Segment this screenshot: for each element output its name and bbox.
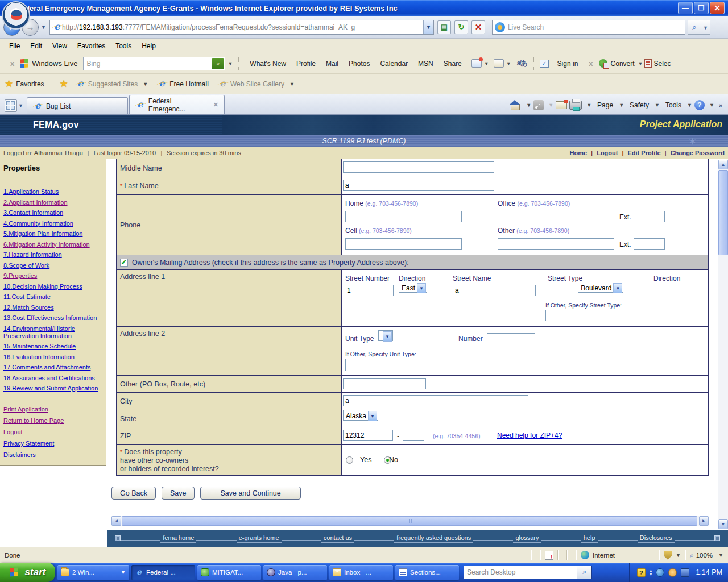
close-button[interactable]: ✕ — [710, 2, 725, 14]
page-report-icon[interactable] — [545, 551, 553, 560]
start-button[interactable]: start — [0, 563, 55, 582]
menu-edit[interactable]: Edit — [26, 40, 47, 52]
horizontal-scrollbar[interactable]: ◄ ► — [111, 516, 709, 526]
tab-close-icon[interactable]: ✕ — [213, 101, 218, 109]
direction1-select[interactable]: East▼ — [399, 282, 427, 293]
phone-cell-input[interactable] — [345, 238, 462, 250]
menu-tools[interactable]: Tools — [111, 40, 136, 52]
quick-tabs-button[interactable] — [5, 99, 17, 112]
stop-button[interactable]: ✕ — [471, 20, 485, 34]
scroll-left-arrow[interactable]: ◄ — [111, 516, 121, 526]
sidebar-item-15-maintenance-schedule[interactable]: 15.Maintenance Schedule — [3, 343, 103, 350]
page-menu-button[interactable]: Page — [594, 101, 614, 109]
sidebar-item-4-community-information[interactable]: 4.Community Information — [3, 220, 103, 227]
task-mitigat-[interactable]: MITIGAT... — [197, 565, 261, 580]
sidebar-item-1-application-status[interactable]: 1.Application Status — [3, 188, 103, 196]
live-link-calendar[interactable]: Calendar — [375, 57, 413, 70]
live-search-box[interactable] — [492, 20, 685, 35]
menu-help[interactable]: Help — [137, 40, 160, 52]
news-icon[interactable] — [494, 59, 504, 68]
go-back-button[interactable]: Go Back — [111, 487, 156, 500]
tray-app-icon[interactable] — [656, 568, 664, 577]
sidebar-item-3-contact-information[interactable]: 3.Contact Information — [3, 209, 103, 217]
footer-link-disclosures[interactable]: Disclosures — [638, 534, 675, 543]
live-link-msn[interactable]: MSN — [413, 57, 439, 70]
footer-link-fema-home[interactable]: fema home — [160, 534, 196, 543]
live-link-mail[interactable]: Mail — [321, 57, 344, 70]
footer-link-contact-us[interactable]: contact us — [321, 534, 354, 543]
live-link-share[interactable]: Share — [439, 57, 467, 70]
sidebar-item-5-mitigation-plan-information[interactable]: 5.Mitigation Plan Information — [3, 230, 103, 238]
live-link-photos[interactable]: Photos — [344, 57, 375, 70]
horizontal-scroll-thumb[interactable] — [122, 516, 697, 526]
unit-type-select[interactable]: ▼ — [378, 330, 393, 341]
desktop-search-input[interactable] — [464, 568, 577, 576]
task-java-p-[interactable]: Java - p... — [263, 565, 327, 580]
sidebar-link-privacy-statement[interactable]: Privacy Statement — [3, 440, 103, 447]
tray-help-icon[interactable]: ? — [637, 568, 646, 577]
group-dropdown-icon[interactable]: ▼ — [121, 569, 126, 575]
street-name-input[interactable] — [453, 285, 536, 296]
select-arrow-icon[interactable]: ▼ — [383, 331, 392, 342]
live-link-profile[interactable]: Profile — [291, 57, 321, 70]
middle-name-input[interactable] — [343, 161, 494, 173]
session-link-edit-profile[interactable]: Edit Profile — [628, 149, 661, 156]
tab-federal-emergency[interactable]: e Federal Emergenc... ✕ — [129, 95, 225, 114]
sidebar-link-print-application[interactable]: Print Application — [3, 406, 103, 413]
session-link-change-password[interactable]: Change Password — [671, 149, 725, 156]
select-link[interactable]: Selec — [654, 57, 671, 70]
safety-menu-button[interactable]: Safety — [626, 101, 650, 109]
city-input[interactable] — [343, 395, 528, 406]
toolbar-close2-icon[interactable]: x — [589, 59, 593, 68]
sidebar-link-disclaimers[interactable]: Disclaimers — [3, 451, 103, 459]
zip-plus4-input[interactable] — [403, 430, 424, 441]
other-po-input[interactable] — [343, 378, 426, 389]
sidebar-item-12-match-sources[interactable]: 12.Match Sources — [3, 304, 103, 311]
sidebar-item-10-decision-making-process[interactable]: 10.Decision Making Process — [3, 283, 103, 290]
protected-mode-icon[interactable] — [664, 551, 672, 560]
footer-link-help[interactable]: help — [581, 534, 598, 543]
sidebar-item-9-properties[interactable]: 9.Properties — [3, 272, 103, 280]
sidebar-item-7-hazard-information[interactable]: 7.Hazard Information — [3, 251, 103, 259]
free-hotmail-button[interactable]: e Free Hotmail — [152, 77, 213, 91]
tray-collapse-icon[interactable]: ▴▾ — [650, 569, 652, 576]
scroll-down-arrow[interactable]: ▼ — [718, 519, 728, 529]
menu-favorites[interactable]: Favorites — [73, 40, 110, 52]
history-dropdown-icon[interactable]: ▼ — [41, 24, 46, 30]
sidebar-item-17-comments-and-attachments[interactable]: 17.Comments and Attachments — [3, 364, 103, 371]
toolbar-overflow-icon[interactable]: » — [719, 102, 722, 109]
convert-link[interactable]: Convert — [610, 57, 636, 70]
sidebar-item-11-cost-estimate[interactable]: 11.Cost Estimate — [3, 293, 103, 301]
footer-link-e-grants-home[interactable]: e-grants home — [237, 534, 282, 543]
task-2-win-[interactable]: 2 Win...▼ — [57, 565, 129, 580]
photo-mail-icon[interactable] — [471, 59, 482, 68]
refresh-button[interactable]: ↻ — [454, 20, 468, 34]
select-arrow-icon[interactable]: ▼ — [613, 283, 622, 293]
menu-view[interactable]: View — [48, 40, 72, 52]
sidebar-link-return-to-home-page[interactable]: Return to Home Page — [3, 417, 103, 425]
compatibility-view-button[interactable]: ▤ — [437, 20, 451, 34]
help-icon[interactable]: ? — [694, 100, 705, 110]
phone-other-ext-input[interactable] — [634, 238, 665, 250]
save-button[interactable]: Save — [162, 487, 195, 500]
task-sections-[interactable]: Sections... — [395, 565, 459, 580]
desktop-search-button[interactable]: ⌕ — [577, 566, 592, 579]
sidebar-item-14-environmental-historic-preservation-information[interactable]: 14.Environmental/Historic Preservation I… — [3, 325, 103, 340]
coowners-yes-radio[interactable] — [346, 456, 353, 464]
live-link-what-s-new[interactable]: What's New — [245, 57, 291, 70]
bing-search-input[interactable] — [84, 60, 212, 68]
address-dropdown-button[interactable]: ▼ — [423, 20, 433, 34]
rss-feeds-icon[interactable] — [533, 100, 544, 110]
tray-network-icon[interactable] — [681, 568, 689, 577]
bing-go-icon[interactable]: ⌕ — [212, 58, 224, 69]
sidebar-item-18-assurances-and-certifications[interactable]: 18.Assurances and Certifications — [3, 375, 103, 382]
bing-search-box[interactable]: ⌕ — [83, 57, 225, 70]
scroll-up-arrow[interactable]: ▲ — [718, 160, 728, 169]
zoom-dropdown-icon[interactable]: ▼ — [718, 552, 723, 558]
live-search-input[interactable] — [508, 23, 667, 31]
favorites-button[interactable]: Favorites — [16, 80, 44, 88]
translate-icon[interactable]: a̸あ — [517, 59, 528, 68]
phone-other-input[interactable] — [498, 238, 614, 250]
tools-menu-button[interactable]: Tools — [662, 101, 682, 109]
address-bar[interactable]: e http://192.168.3.193:7777/FEMAMitigati… — [49, 20, 434, 35]
